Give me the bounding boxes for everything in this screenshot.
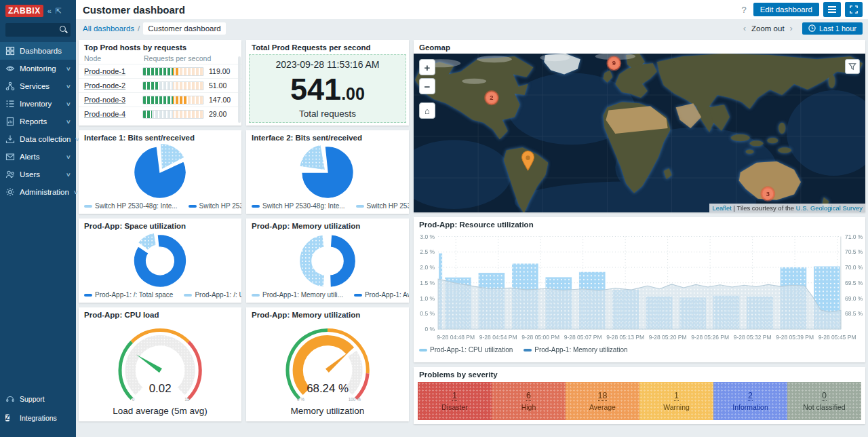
svg-text:2: 2 xyxy=(490,94,493,101)
zoom-out-button[interactable]: Zoom out xyxy=(751,24,785,33)
hide-sidebar-icon[interactable]: ⇱ xyxy=(56,7,62,16)
reports-icon xyxy=(5,117,15,126)
sidebar-item-users[interactable]: Users ∨ xyxy=(0,166,76,183)
legend-item[interactable]: Prod-App-1: Memory utilization xyxy=(524,346,627,354)
app-window: ZABBIX « ⇱ Dashboards Monitoring ∨ Servi… xyxy=(0,0,868,437)
map-zoom-out-button[interactable]: − xyxy=(419,78,435,94)
breadcrumb-all-dashboards[interactable]: All dashboards xyxy=(83,24,134,33)
sidebar-item-data-collection[interactable]: Data collection ∨ xyxy=(0,130,76,148)
chart-legend: Prod-App-1: CPU utilization Prod-App-1: … xyxy=(414,345,865,358)
legend-swatch xyxy=(524,349,532,352)
widget-space-utilization: Prod-App: Space utilization Prod-App-1: … xyxy=(79,218,241,303)
breadcrumb-current[interactable]: Customer dashboard xyxy=(143,22,225,35)
sidebar-item-administration[interactable]: Administration ∨ xyxy=(0,183,76,201)
host-link[interactable]: Prod-node-3 xyxy=(84,96,142,104)
severity-count-link[interactable]: 1 xyxy=(674,391,679,401)
pie-chart xyxy=(79,144,241,201)
leaflet-link[interactable]: Leaflet xyxy=(712,204,732,212)
legend-item[interactable]: Prod-App-1: Memory utili... xyxy=(252,291,343,299)
severity-label: Not classified xyxy=(803,403,845,411)
breadcrumb-separator: / xyxy=(138,24,140,33)
sidebar-item-label: Services xyxy=(20,82,62,90)
legend-item[interactable]: Prod-App-1: Available me... xyxy=(354,291,409,299)
widget-resource-utilization: Prod-App: Resource utilization 9-28 04:4… xyxy=(414,217,865,362)
map-canvas[interactable]: 293 + − ⌂ Leaflet | Tiles courtesy of th… xyxy=(414,54,865,212)
chart-legend: Prod-App-1: Memory utili... Prod-App-1: … xyxy=(246,290,409,303)
data-collection-icon xyxy=(5,134,15,144)
svg-text:0: 0 xyxy=(132,397,135,402)
sidebar-item-reports[interactable]: Reports ∨ xyxy=(0,113,76,130)
legend-item[interactable]: Switch HP 2530-48g: Inte... xyxy=(189,202,241,210)
dashboards-icon xyxy=(5,46,15,56)
legend-swatch xyxy=(189,205,197,208)
sidebar-item-alerts[interactable]: Alerts ∨ xyxy=(0,148,76,166)
svg-text:0.5 %: 0.5 % xyxy=(420,310,435,317)
world-map: 293 xyxy=(414,54,865,212)
svg-text:9: 9 xyxy=(612,59,616,66)
widget-title: Prod-App: Resource utilization xyxy=(414,217,865,231)
legend-swatch xyxy=(419,349,427,352)
severity-box-information: 2 Information xyxy=(713,382,787,420)
column-node: Node xyxy=(84,54,144,62)
funnel-icon xyxy=(848,62,856,71)
legend-item[interactable]: Prod-App-1: CPU utilization xyxy=(419,346,513,354)
map-filter-button[interactable] xyxy=(845,59,860,74)
widget-total-requests: Total Prod Requests per second 2023-09-2… xyxy=(246,40,409,126)
total-requests-caption: Total requests xyxy=(299,109,356,119)
time-range-button[interactable]: Last 1 hour xyxy=(802,22,863,35)
svg-text:9-28 05:39 PM: 9-28 05:39 PM xyxy=(776,333,814,340)
severity-label: Information xyxy=(732,403,768,411)
host-link[interactable]: Prod-node-4 xyxy=(84,110,142,118)
chevron-down-icon: ∨ xyxy=(66,66,71,72)
kiosk-mode-button[interactable] xyxy=(845,2,863,17)
severity-count-link[interactable]: 6 xyxy=(526,391,531,401)
severity-count-link[interactable]: 1 xyxy=(452,391,457,401)
sidebar-item-label: Monitoring xyxy=(20,64,62,73)
severity-box-high: 6 High xyxy=(492,382,566,420)
help-icon[interactable]: ? xyxy=(738,5,749,15)
severity-label: Disaster xyxy=(441,403,468,411)
usgs-link[interactable]: U.S. Geological Survey xyxy=(796,204,863,212)
legend-item[interactable]: Switch HP 2530-48g: Inte... xyxy=(252,202,345,210)
sidebar-item-integrations[interactable]: Z Integrations xyxy=(0,408,76,428)
svg-text:70.0 %: 70.0 % xyxy=(845,264,863,271)
map-zoom-in-button[interactable]: + xyxy=(419,59,435,75)
severity-count-link[interactable]: 18 xyxy=(598,391,608,401)
sidebar-item-services[interactable]: Services ∨ xyxy=(0,77,76,95)
legend-item[interactable]: Switch HP 2530-48g: Inte... xyxy=(356,202,409,210)
legend-item[interactable]: Prod-App-1: /: Used space xyxy=(184,291,241,299)
severity-box-disaster: 1 Disaster xyxy=(418,382,492,420)
sidebar-item-monitoring[interactable]: Monitoring ∨ xyxy=(0,60,76,77)
map-home-button[interactable]: ⌂ xyxy=(419,102,435,119)
alerts-icon xyxy=(5,152,15,162)
edit-dashboard-button[interactable]: Edit dashboard xyxy=(753,3,819,16)
svg-text:9-28 04:48 PM: 9-28 04:48 PM xyxy=(437,333,475,340)
svg-text:9-28 05:20 PM: 9-28 05:20 PM xyxy=(649,333,687,340)
sidebar-item-dashboards[interactable]: Dashboards xyxy=(0,42,76,60)
sidebar-item-support[interactable]: Support xyxy=(0,390,76,408)
widget-title: Geomap xyxy=(414,40,865,54)
zabbix-logo: ZABBIX xyxy=(5,5,43,17)
widget-geomap: Geomap xyxy=(414,40,865,212)
collapse-sidebar-icon[interactable]: « xyxy=(47,7,52,15)
time-forward-icon[interactable]: › xyxy=(785,23,798,33)
severity-count-link[interactable]: 2 xyxy=(748,391,753,401)
host-link[interactable]: Prod-node-1 xyxy=(84,67,142,75)
severity-count-link[interactable]: 0 xyxy=(822,391,827,401)
legend-item[interactable]: Switch HP 2530-48g: Inte... xyxy=(84,202,178,210)
table-row: Prod-node-4 29.00 xyxy=(79,107,241,121)
search-icon[interactable] xyxy=(59,25,68,34)
gauge-chart: 68.24 %0 %100 % xyxy=(262,321,393,406)
host-link[interactable]: Prod-node-2 xyxy=(84,81,142,90)
table-row: Prod-node-2 51.00 xyxy=(79,78,241,92)
time-back-icon[interactable]: ‹ xyxy=(738,23,751,33)
svg-text:69.5 %: 69.5 % xyxy=(845,280,863,286)
request-bar-gauge xyxy=(142,81,204,90)
table-row: Prod-node-3 147.00 xyxy=(79,92,241,107)
sidebar-item-inventory[interactable]: Inventory ∨ xyxy=(0,95,76,113)
legend-item[interactable]: Prod-App-1: /: Total space xyxy=(84,291,173,299)
scrollbar[interactable] xyxy=(238,56,241,123)
widget-title: Problems by severity xyxy=(414,367,865,381)
svg-text:3: 3 xyxy=(766,189,770,197)
dashboard-menu-button[interactable] xyxy=(823,2,841,17)
